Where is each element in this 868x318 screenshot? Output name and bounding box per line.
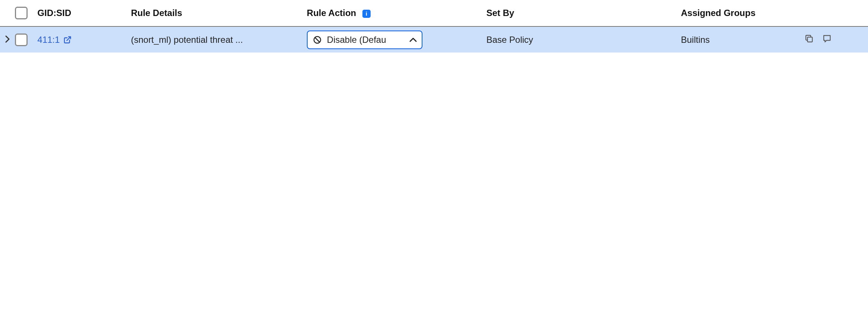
svg-line-0	[67, 36, 71, 40]
row-checkbox[interactable]	[15, 34, 28, 46]
svg-line-2	[315, 37, 320, 42]
header-set-by: Set By	[486, 0, 681, 26]
gidsid-link[interactable]: 411:1	[37, 35, 72, 45]
comment-icon[interactable]	[822, 34, 832, 44]
header-assigned-groups: Assigned Groups	[681, 0, 804, 26]
rule-details-text: (snort_ml) potential threat ...	[131, 35, 243, 45]
copy-icon[interactable]	[804, 34, 814, 44]
disable-icon	[313, 35, 322, 44]
rule-action-select[interactable]: Disable (Defau	[307, 31, 422, 49]
svg-rect-13	[808, 37, 812, 42]
set-by-text: Base Policy	[486, 35, 533, 45]
chevron-up-icon	[409, 37, 417, 43]
header-rule-action: Rule Action i	[307, 0, 487, 26]
chevron-right-icon[interactable]	[3, 35, 12, 44]
info-icon[interactable]: i	[362, 10, 371, 18]
header-gidsid: GID:SID	[37, 0, 131, 26]
table-row: 411:1 (snort_ml) potential threat ...	[0, 26, 868, 53]
external-link-icon	[63, 36, 72, 44]
assigned-groups-text: Builtins	[681, 35, 710, 45]
select-all-checkbox[interactable]	[15, 7, 28, 19]
header-rule-details: Rule Details	[131, 0, 307, 26]
